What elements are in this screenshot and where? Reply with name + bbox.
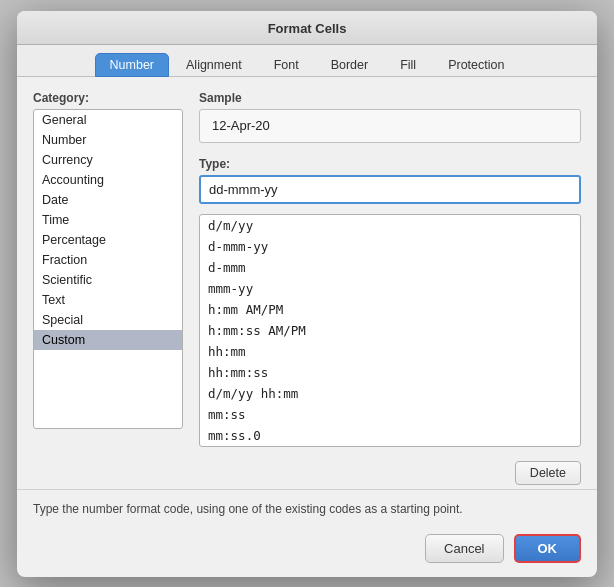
tab-number[interactable]: Number	[95, 53, 169, 77]
format-item[interactable]: mm:ss.0	[200, 425, 580, 446]
delete-row: Delete	[199, 461, 581, 485]
tab-border[interactable]: Border	[316, 53, 384, 77]
format-item[interactable]: hh:mm	[200, 341, 580, 362]
category-item-date[interactable]: Date	[34, 190, 182, 210]
category-item-number[interactable]: Number	[34, 130, 182, 150]
tab-protection[interactable]: Protection	[433, 53, 519, 77]
dialog-title: Format Cells	[17, 11, 597, 45]
type-section: Type:	[199, 157, 581, 204]
ok-button[interactable]: OK	[514, 534, 582, 563]
category-label: Category:	[33, 91, 183, 105]
tab-bar: Number Alignment Font Border Fill Protec…	[17, 45, 597, 77]
format-item[interactable]: d/m/yy	[200, 215, 580, 236]
hint-section: Type the number format code, using one o…	[17, 489, 597, 526]
format-list[interactable]: d/m/yy d-mmm-yy d-mmm mmm-yy h:mm AM/PM …	[199, 214, 581, 447]
category-item-currency[interactable]: Currency	[34, 150, 182, 170]
category-item-time[interactable]: Time	[34, 210, 182, 230]
bottom-bar: Cancel OK	[17, 526, 597, 577]
sample-label: Sample	[199, 91, 581, 105]
tab-alignment[interactable]: Alignment	[171, 53, 257, 77]
format-item[interactable]: h:mm:ss AM/PM	[200, 320, 580, 341]
cancel-button[interactable]: Cancel	[425, 534, 503, 563]
sample-section: Sample 12-Apr-20	[199, 91, 581, 143]
category-item-special[interactable]: Special	[34, 310, 182, 330]
right-panel: Sample 12-Apr-20 Type: d/m/yy d-mmm-yy d…	[199, 91, 581, 485]
category-item-custom[interactable]: Custom	[34, 330, 182, 350]
category-item-text[interactable]: Text	[34, 290, 182, 310]
main-content: Category: General Number Currency Accoun…	[17, 77, 597, 485]
delete-button[interactable]: Delete	[515, 461, 581, 485]
tab-fill[interactable]: Fill	[385, 53, 431, 77]
tab-font[interactable]: Font	[259, 53, 314, 77]
category-item-fraction[interactable]: Fraction	[34, 250, 182, 270]
format-item[interactable]: d-mmm-yy	[200, 236, 580, 257]
category-item-percentage[interactable]: Percentage	[34, 230, 182, 250]
format-item[interactable]: mm:ss	[200, 404, 580, 425]
type-label: Type:	[199, 157, 581, 171]
format-item[interactable]: h:mm AM/PM	[200, 299, 580, 320]
category-item-general[interactable]: General	[34, 110, 182, 130]
hint-text: Type the number format code, using one o…	[33, 502, 463, 516]
format-item[interactable]: mmm-yy	[200, 278, 580, 299]
type-input[interactable]	[199, 175, 581, 204]
format-item[interactable]: d-mmm	[200, 257, 580, 278]
title-text: Format Cells	[268, 21, 347, 36]
category-item-accounting[interactable]: Accounting	[34, 170, 182, 190]
category-item-scientific[interactable]: Scientific	[34, 270, 182, 290]
format-cells-dialog: Format Cells Number Alignment Font Borde…	[17, 11, 597, 577]
sample-value: 12-Apr-20	[199, 109, 581, 143]
format-item[interactable]: d/m/yy hh:mm	[200, 383, 580, 404]
left-panel: Category: General Number Currency Accoun…	[33, 91, 183, 485]
category-list[interactable]: General Number Currency Accounting Date …	[33, 109, 183, 429]
format-item[interactable]: hh:mm:ss	[200, 362, 580, 383]
